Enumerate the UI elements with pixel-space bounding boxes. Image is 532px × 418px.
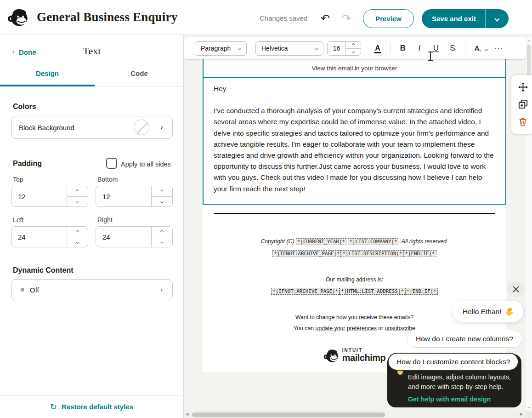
padding-top-input[interactable] bbox=[11, 186, 67, 206]
toolbar-divider bbox=[390, 42, 391, 54]
selected-text-block[interactable]: Hey I've conducted a thorough analysis o… bbox=[203, 77, 506, 205]
email-footer-block[interactable]: Copyright (C) *|CURRENT_YEAR|* *|LIST:CO… bbox=[203, 223, 506, 372]
strikethrough-button[interactable]: S bbox=[444, 44, 461, 53]
get-help-link[interactable]: Get help with email design bbox=[408, 395, 491, 403]
stepper-up-icon[interactable] bbox=[76, 230, 79, 233]
update-preferences-link[interactable]: update your preferences bbox=[316, 325, 377, 332]
stepper-down-icon[interactable] bbox=[160, 240, 164, 244]
settings-sidebar: Done Text Design Code Colors Block Backg… bbox=[0, 35, 184, 418]
padding-left-input[interactable] bbox=[11, 227, 67, 247]
padding-top-stepper[interactable] bbox=[67, 186, 88, 206]
padding-top-label: Top bbox=[13, 176, 23, 183]
restore-default-styles-button[interactable]: ↻ Restore default styles bbox=[0, 395, 183, 418]
dynamic-content-row[interactable]: Off bbox=[11, 279, 173, 300]
editor-canvas: Paragraph Helvetica 16 A B I U S A→ ⋯ bbox=[184, 35, 532, 418]
padding-left-stepper[interactable] bbox=[67, 227, 88, 247]
dynamic-content-value: Off bbox=[30, 286, 39, 294]
body-paragraph: I've conducted a thorough analysis of yo… bbox=[214, 105, 495, 195]
divider-block[interactable] bbox=[203, 205, 506, 223]
merge-tag-list-company: *|LIST:COMPANY|* bbox=[348, 238, 398, 245]
close-icon bbox=[512, 286, 520, 293]
padding-right-input[interactable] bbox=[96, 227, 151, 247]
campaign-title: General Business Enquiry bbox=[37, 10, 177, 24]
prefs-or: or bbox=[377, 325, 385, 332]
font-family-value: Helvetica bbox=[261, 45, 288, 52]
view-in-browser-link[interactable]: View this email in your browser bbox=[312, 65, 397, 72]
horizontal-scrollbar[interactable]: ◀ ▶ bbox=[184, 411, 532, 418]
email-preview: View this email in your browser Hey I've… bbox=[203, 59, 506, 372]
block-type-select[interactable]: Paragraph bbox=[195, 41, 247, 56]
duplicate-block-icon[interactable] bbox=[518, 99, 528, 109]
padding-right-field bbox=[96, 226, 173, 247]
toolbar-divider bbox=[465, 42, 465, 54]
horizontal-scroll-thumb[interactable] bbox=[192, 412, 385, 417]
mailchimp-wordmark: mailchimp bbox=[342, 353, 385, 362]
italic-button[interactable]: I bbox=[411, 44, 428, 53]
apply-all-sides-checkbox[interactable] bbox=[106, 158, 117, 169]
stepper-down-icon[interactable] bbox=[352, 50, 355, 53]
stepper-up-icon[interactable] bbox=[76, 189, 79, 193]
description-tag-line: *|IFNOT:ARCHIVE_PAGE|**|LIST:DESCRIPTION… bbox=[207, 250, 502, 258]
redo-icon: ↷ bbox=[342, 12, 351, 25]
merge-tag-current-year: *|CURRENT_YEAR|* bbox=[296, 238, 346, 245]
scroll-down-icon[interactable]: ▼ bbox=[526, 406, 532, 409]
merge-tag-ifnot-archive: *|IFNOT:ARCHIVE_PAGE|* bbox=[271, 288, 340, 295]
padding-top-field bbox=[11, 186, 88, 207]
stepper-down-icon[interactable] bbox=[76, 200, 79, 203]
font-size-value[interactable]: 16 bbox=[328, 45, 345, 52]
padding-bottom-input[interactable] bbox=[96, 186, 151, 206]
move-block-icon[interactable] bbox=[518, 82, 528, 92]
address-tag-line: *|IFNOT:ARCHIVE_PAGE|**|HTML:LIST_ADDRES… bbox=[207, 287, 502, 295]
sidebar-tabs: Design Code bbox=[0, 69, 184, 86]
font-size-stepper[interactable] bbox=[345, 42, 361, 55]
save-and-exit-group[interactable]: Save and exit bbox=[422, 9, 509, 28]
bold-button[interactable]: B bbox=[395, 44, 411, 53]
tab-design[interactable]: Design bbox=[1, 69, 93, 77]
font-family-select[interactable]: Helvetica bbox=[255, 41, 323, 56]
stepper-up-icon[interactable] bbox=[160, 189, 164, 193]
mailing-address-label: Our mailing address is: bbox=[207, 276, 502, 283]
save-status-text: Changes saved bbox=[260, 14, 307, 22]
text-direction-button[interactable]: A→ bbox=[470, 44, 490, 53]
merge-tag-ifnot-archive: *|IFNOT:ARCHIVE_PAGE|* bbox=[272, 250, 341, 257]
mailchimp-logo-icon bbox=[7, 6, 28, 29]
scroll-left-icon[interactable]: ◀ bbox=[186, 412, 188, 416]
text-cursor-icon bbox=[428, 52, 433, 61]
stepper-down-icon[interactable] bbox=[160, 200, 164, 203]
chat-close-button[interactable] bbox=[507, 281, 524, 298]
chevron-down-icon bbox=[494, 16, 499, 21]
delete-block-icon[interactable] bbox=[518, 116, 528, 127]
stepper-up-icon[interactable] bbox=[160, 230, 164, 233]
copyright-suffix: . All rights reserved. bbox=[398, 238, 448, 245]
merge-tag-endif: *|END:IF|* bbox=[405, 288, 438, 295]
status-dot-icon bbox=[21, 288, 24, 292]
tab-code[interactable]: Code bbox=[93, 69, 185, 77]
panel-title: Text bbox=[0, 45, 184, 57]
preview-button[interactable]: Preview bbox=[363, 9, 414, 28]
scroll-right-icon[interactable]: ▶ bbox=[520, 412, 523, 416]
font-size-field: 16 bbox=[327, 41, 361, 56]
chevron-down-icon bbox=[315, 46, 318, 50]
block-background-row[interactable]: Block Background bbox=[11, 116, 173, 139]
copyright-line: Copyright (C) *|CURRENT_YEAR|* *|LIST:CO… bbox=[207, 238, 502, 246]
padding-bottom-stepper[interactable] bbox=[151, 186, 172, 206]
padding-left-label: Left bbox=[13, 216, 23, 223]
scroll-up-icon[interactable]: ▲ bbox=[526, 39, 532, 42]
preheader-block[interactable]: View this email in your browser bbox=[203, 59, 506, 77]
chat-suggestion-blocks[interactable]: How do I customize content blocks? bbox=[388, 353, 519, 371]
font-color-button[interactable]: A bbox=[369, 44, 386, 53]
save-options-caret[interactable] bbox=[486, 9, 509, 28]
merge-tag-list-description: *|LIST:DESCRIPTION|* bbox=[341, 250, 403, 257]
stepper-up-icon[interactable] bbox=[352, 43, 355, 46]
active-tab-indicator bbox=[0, 85, 95, 86]
restore-icon: ↻ bbox=[50, 402, 57, 412]
padding-right-stepper[interactable] bbox=[151, 227, 172, 247]
chat-suggestion-columns[interactable]: How do I create new columns? bbox=[407, 330, 522, 348]
dynamic-content-heading: Dynamic Content bbox=[13, 266, 74, 275]
stepper-down-icon[interactable] bbox=[76, 240, 79, 244]
padding-right-label: Right bbox=[97, 216, 113, 223]
more-options-button[interactable]: ⋯ bbox=[494, 43, 503, 53]
undo-icon[interactable]: ↶ bbox=[321, 12, 330, 25]
save-and-exit-button[interactable]: Save and exit bbox=[422, 9, 486, 28]
resize-grip bbox=[526, 411, 532, 418]
